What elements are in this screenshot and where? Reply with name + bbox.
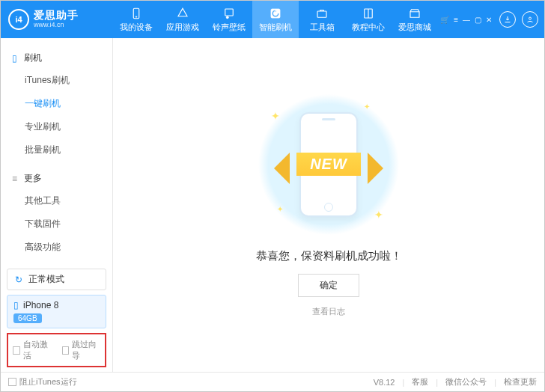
brand-text: 爱思助手 www.i4.cn xyxy=(34,10,79,28)
footer-link-update[interactable]: 检查更新 xyxy=(504,376,537,388)
app-window: i4 爱思助手 www.i4.cn 我的设备 应用游戏 铃声壁纸 智能刷机 xyxy=(0,0,545,392)
checkbox-box-icon xyxy=(62,346,70,355)
brand-name: 爱思助手 xyxy=(34,10,79,21)
close-button[interactable]: ✕ xyxy=(486,16,492,24)
phone-icon xyxy=(130,7,143,20)
sparkle-icon: ✦ xyxy=(374,209,383,221)
account-button[interactable] xyxy=(522,11,538,28)
tab-tutorials[interactable]: 教程中心 xyxy=(345,1,392,38)
tab-toolbox[interactable]: 工具箱 xyxy=(299,1,345,38)
tab-smart-flash[interactable]: 智能刷机 xyxy=(252,1,299,38)
tab-label: 爱思商城 xyxy=(398,22,431,33)
checkbox-label: 跳过向导 xyxy=(72,339,100,361)
sidebar-bottom: ↻ 正常模式 ▯ iPhone 8 64GB 自动激活 xyxy=(1,264,112,372)
sidebar: ▯ 刷机 iTunes刷机 一键刷机 专业刷机 批量刷机 ≡ 更多 其他工具 下… xyxy=(1,38,113,372)
maximize-button[interactable]: ▢ xyxy=(475,16,481,24)
sidebar-heading-label: 刷机 xyxy=(24,52,42,64)
tab-apps-games[interactable]: 应用游戏 xyxy=(159,1,206,38)
menu-icon[interactable]: ≡ xyxy=(454,16,458,24)
brand-subtitle: www.i4.cn xyxy=(34,22,79,29)
minimize-button[interactable]: — xyxy=(463,16,470,24)
sidebar-item-onekey-flash[interactable]: 一键刷机 xyxy=(1,92,112,115)
brand-logo: i4 爱思助手 www.i4.cn xyxy=(1,9,113,30)
device-mode-row[interactable]: ↻ 正常模式 xyxy=(7,269,106,290)
view-log-link[interactable]: 查看日志 xyxy=(312,306,345,317)
checkbox-box-icon xyxy=(13,346,20,355)
device-name: iPhone 8 xyxy=(23,300,58,310)
tab-label: 我的设备 xyxy=(120,22,153,33)
status-bar: 阻止iTunes运行 V8.12 | 客服 | 微信公众号 | 检查更新 xyxy=(1,372,544,391)
separator: | xyxy=(494,378,496,387)
sidebar-item-itunes-flash[interactable]: iTunes刷机 xyxy=(1,69,112,92)
success-message: 恭喜您，保资料刷机成功啦！ xyxy=(256,249,402,263)
status-bar-right: V8.12 | 客服 | 微信公众号 | 检查更新 xyxy=(374,376,537,388)
list-small-icon: ≡ xyxy=(10,174,19,184)
sidebar-item-pro-flash[interactable]: 专业刷机 xyxy=(1,115,112,138)
tab-label: 教程中心 xyxy=(352,22,385,33)
sparkle-icon: ✦ xyxy=(271,110,280,122)
tab-label: 铃声壁纸 xyxy=(213,22,246,33)
version-label: V8.12 xyxy=(374,378,395,387)
svg-rect-5 xyxy=(317,11,326,17)
music-icon xyxy=(222,7,236,20)
toolbox-icon xyxy=(315,7,329,20)
highlighted-options: 自动激活 跳过向导 xyxy=(7,333,106,367)
ok-button[interactable]: 确定 xyxy=(298,274,359,297)
window-controls: 🛒 ≡ — ▢ ✕ xyxy=(440,16,492,24)
checkbox-label: 自动激活 xyxy=(23,339,52,361)
success-illustration: ✦ ✦ ✦ ✦ NEW xyxy=(258,94,400,236)
separator: | xyxy=(436,378,438,387)
tab-label: 智能刷机 xyxy=(259,22,292,33)
ribbon-label: NEW xyxy=(296,153,361,176)
sidebar-item-other-tools[interactable]: 其他工具 xyxy=(1,189,112,212)
sidebar-heading: ≡ 更多 xyxy=(1,168,112,189)
main-tabs: 我的设备 应用游戏 铃声壁纸 智能刷机 工具箱 教程中心 xyxy=(113,1,438,38)
device-card[interactable]: ▯ iPhone 8 64GB xyxy=(7,295,106,328)
checkbox-box-icon xyxy=(8,378,16,386)
sidebar-section-more: ≡ 更多 其他工具 下载固件 高级功能 xyxy=(1,165,112,262)
sidebar-item-advanced[interactable]: 高级功能 xyxy=(1,236,112,259)
svg-point-3 xyxy=(226,16,228,18)
device-icon: ▯ xyxy=(13,300,19,310)
device-storage-badge: 64GB xyxy=(13,313,42,323)
checkbox-auto-activate[interactable]: 自动激活 xyxy=(13,339,52,361)
tab-label: 工具箱 xyxy=(310,22,335,33)
tab-store[interactable]: 爱思商城 xyxy=(392,1,438,38)
svg-rect-2 xyxy=(225,9,234,16)
sparkle-icon: ✦ xyxy=(364,102,370,111)
checkbox-stop-itunes[interactable]: 阻止iTunes运行 xyxy=(8,376,77,388)
separator: | xyxy=(402,378,404,387)
title-bar: i4 爱思助手 www.i4.cn 我的设备 应用游戏 铃声壁纸 智能刷机 xyxy=(1,1,544,38)
header-right: 🛒 ≡ — ▢ ✕ xyxy=(440,11,544,28)
main-content: ✦ ✦ ✦ ✦ NEW 恭喜您，保资料刷机成功啦！ 确定 查看日志 xyxy=(113,38,544,372)
checkbox-label: 阻止iTunes运行 xyxy=(19,376,77,388)
body: ▯ 刷机 iTunes刷机 一键刷机 专业刷机 批量刷机 ≡ 更多 其他工具 下… xyxy=(1,38,544,372)
checkbox-skip-guide[interactable]: 跳过向导 xyxy=(62,339,101,361)
tab-my-device[interactable]: 我的设备 xyxy=(113,1,159,38)
svg-point-1 xyxy=(136,16,137,17)
tab-label: 应用游戏 xyxy=(166,22,199,33)
sidebar-section-flash: ▯ 刷机 iTunes刷机 一键刷机 专业刷机 批量刷机 xyxy=(1,44,112,165)
sidebar-item-batch-flash[interactable]: 批量刷机 xyxy=(1,138,112,162)
device-small-icon: ▯ xyxy=(10,53,19,64)
mode-icon: ↻ xyxy=(13,275,24,285)
new-ribbon: NEW xyxy=(229,149,428,180)
apps-icon xyxy=(176,7,189,20)
book-icon xyxy=(362,7,375,20)
logo-mark-icon: i4 xyxy=(8,9,29,30)
device-mode-label: 正常模式 xyxy=(28,273,64,286)
store-icon xyxy=(408,7,421,20)
sparkle-icon: ✦ xyxy=(277,205,283,213)
svg-point-8 xyxy=(529,17,532,19)
download-button[interactable] xyxy=(499,11,516,28)
sidebar-heading: ▯ 刷机 xyxy=(1,47,112,69)
sidebar-item-download-firmware[interactable]: 下载固件 xyxy=(1,212,112,236)
footer-link-wechat[interactable]: 微信公众号 xyxy=(445,376,487,388)
footer-link-support[interactable]: 客服 xyxy=(412,376,428,388)
cart-icon[interactable]: 🛒 xyxy=(440,16,449,24)
sidebar-heading-label: 更多 xyxy=(24,172,42,185)
tab-ringtones-wallpapers[interactable]: 铃声壁纸 xyxy=(206,1,252,38)
refresh-icon xyxy=(269,7,282,20)
